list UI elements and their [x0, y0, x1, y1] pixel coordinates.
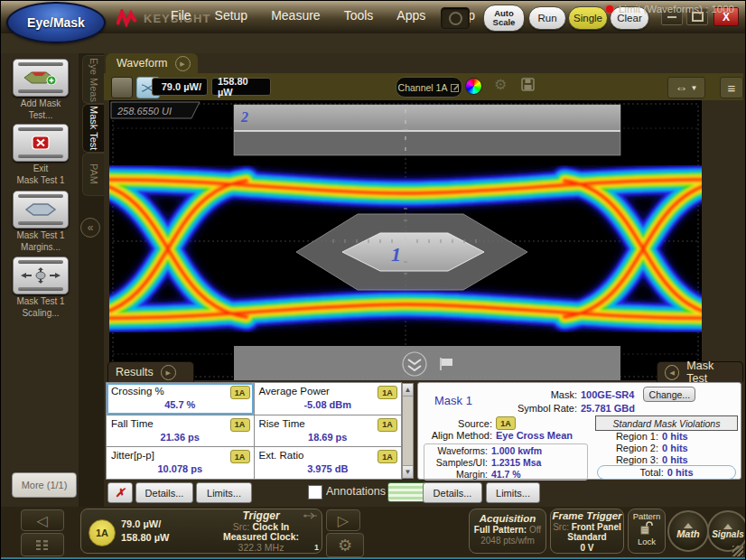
results-limits-button[interactable]: Limits... [196, 482, 252, 503]
screenshot-button[interactable] [441, 7, 470, 29]
sidebar-item-exit-mask-test[interactable]: Exit Mask Test 1 [10, 124, 71, 186]
menu-measure[interactable]: Measure [271, 8, 320, 23]
tab-label: PAM [89, 163, 99, 184]
pattern-lock-bottom-label: Lock [638, 537, 656, 546]
pattern-lock-button[interactable]: Pattern Lock [628, 509, 666, 554]
menu-file[interactable]: File [171, 8, 191, 23]
sidebar-item-mask-margins[interactable]: Mask Test 1 Margins... [10, 191, 71, 253]
frame-src-label: Src: [553, 522, 569, 532]
more-button[interactable]: More (1/1) [12, 472, 77, 498]
tab-pam[interactable]: PAM [82, 153, 105, 196]
menu-bar: File Setup Measure Tools Apps Help [171, 8, 475, 23]
single-waveform-view-button[interactable] [111, 77, 133, 98]
mask-scaling-icon [19, 267, 62, 284]
tab-results[interactable]: Results ▶ [107, 361, 194, 382]
usb-icon [303, 511, 318, 520]
mask-limits-button[interactable]: Limits... [486, 482, 540, 503]
mask-selection-row: Mask: 100GE-SR4 Change... [507, 387, 695, 402]
symbol-rate-value: 25.781 GBd [581, 403, 635, 414]
region-label: Region 2: [604, 443, 658, 453]
auto-scale-button[interactable]: AutoScale [483, 5, 525, 32]
save-button[interactable] [521, 78, 535, 95]
samples-label: Samples/UI: [426, 457, 488, 468]
scroll-up-button[interactable]: ▲ [403, 384, 413, 397]
measurement-name: Average Power [259, 386, 330, 397]
save-icon [521, 78, 535, 91]
annotations-checkbox[interactable] [308, 485, 322, 499]
channel-select-button[interactable]: Channel 1A [396, 77, 462, 98]
mask-name: Mask 1 [434, 394, 472, 407]
measurement-value: 10.078 ps [107, 463, 254, 474]
result-cell-ext-ratio[interactable]: Ext. Ratio 1A 3.975 dB [255, 447, 402, 479]
color-wheel-button[interactable] [465, 78, 482, 95]
scroll-down-button[interactable]: ▼ [403, 465, 413, 478]
align-method-row: Align Method: Eye Cross Mean [427, 430, 573, 441]
acquisition-panel[interactable]: Acquisition Full Pattern: Off 2048 pts/w… [469, 509, 546, 554]
measurement-name: Ext. Ratio [259, 450, 304, 461]
vertical-scale-field[interactable]: 79.0 µW/ [152, 78, 208, 96]
align-method-value: Eye Cross Mean [496, 430, 573, 441]
run-button[interactable]: Run [528, 6, 566, 30]
results-details-button[interactable]: Details... [135, 482, 193, 503]
vertical-offset-field[interactable]: 158.80 µW [211, 78, 271, 96]
delete-measurement-button[interactable]: ✗ [107, 482, 133, 503]
chevron-left-icon: « [88, 222, 94, 233]
result-cell-fall-time[interactable]: Fall Time 1A 21.36 ps [107, 415, 254, 447]
result-cell-average-power[interactable]: Average Power 1A -5.08 dBm [255, 383, 402, 415]
mask-value: 100GE-SR4 [581, 389, 634, 400]
keysight-spark-icon [117, 9, 138, 27]
mask-test-panel: Mask 1 Mask: 100GE-SR4 Change... Symbol … [417, 382, 741, 480]
result-cell-crossing[interactable]: Crossing % 1A 45.7 % [107, 383, 254, 415]
menu-tools[interactable]: Tools [344, 8, 374, 23]
channel-trigger-panel[interactable]: 1A 79.0 µW/ 158.80 µW Trigger Src: Clock… [80, 509, 322, 554]
single-button[interactable]: Single [568, 6, 608, 30]
setup-gear-button[interactable]: ⚙ [326, 533, 364, 557]
symbol-rate-row: Symbol Rate: 25.781 GBd [507, 403, 635, 414]
samples-value: 1.2315 Msa [491, 457, 541, 468]
frame-trigger-panel[interactable]: Frame Trigger Src: Front Panel Standard … [550, 509, 624, 554]
frame-src-value: Front Panel [572, 522, 621, 532]
tab-waveform[interactable]: Waveform ▶ [106, 53, 198, 73]
sidebar-item-add-mask-test[interactable]: Add Mask Test... [10, 59, 71, 121]
region2-row: Region 2: 0 hits [604, 443, 688, 453]
region-value: 0 hits [662, 431, 688, 442]
result-cell-rise-time[interactable]: Rise Time 1A 18.69 ps [255, 415, 402, 447]
signal-grid-button[interactable] [21, 533, 64, 556]
tab-mask-test-panel[interactable]: ◀ Mask Test [657, 361, 743, 382]
edit-icon [451, 83, 460, 92]
unlock-icon [639, 521, 654, 535]
results-scrollbar[interactable]: ▲ ▼ [402, 383, 414, 479]
next-signal-button[interactable]: ▷ [326, 509, 360, 531]
result-cell-jitter[interactable]: Jitter[p-p] 1A 10.078 ps [107, 447, 254, 479]
tab-label: Eye Meas [89, 58, 99, 102]
mask-details-button[interactable]: Details... [423, 482, 482, 503]
source-label: Source: [427, 418, 492, 429]
source-badge: 1A [378, 450, 397, 463]
measurement-name: Crossing % [111, 386, 164, 397]
decor-strip [18, 287, 63, 291]
math-button[interactable]: Math [667, 510, 709, 552]
tab-eye-meas[interactable]: Eye Meas [82, 55, 105, 104]
arrow-left-icon: ◁ [37, 512, 48, 529]
horizontal-scale-mode-button[interactable]: ⇔ ▼ [667, 77, 705, 98]
margin-row: Margin: 41.7 % [426, 469, 521, 480]
arrow-up-icon: ▲ [405, 386, 412, 394]
tab-mask-test[interactable]: Mask Test [82, 104, 105, 153]
region-value: 0 hits [662, 443, 688, 453]
sidebar-item-mask-scaling[interactable]: Mask Test 1 Scaling... [10, 257, 71, 319]
tab-label: Mask Test [89, 106, 99, 150]
change-mask-button[interactable]: Change... [643, 387, 695, 402]
prev-signal-button[interactable]: ◁ [21, 509, 64, 531]
measurement-name: Fall Time [111, 418, 154, 429]
resize-grip[interactable] [732, 546, 743, 556]
display-settings-button[interactable]: ⚙ [494, 78, 507, 92]
eye-diagram-display: 2 1 [109, 100, 702, 380]
source-row: Source: 1A [427, 416, 516, 430]
waveform-menu-button[interactable]: ≡ [720, 77, 743, 98]
eye-diagram: 2 1 [109, 100, 702, 380]
decor-strip [18, 89, 63, 93]
total-value: 0 hits [667, 467, 694, 478]
menu-setup[interactable]: Setup [215, 8, 248, 23]
collapse-panel-button[interactable]: « [80, 218, 100, 238]
menu-apps[interactable]: Apps [396, 8, 425, 23]
